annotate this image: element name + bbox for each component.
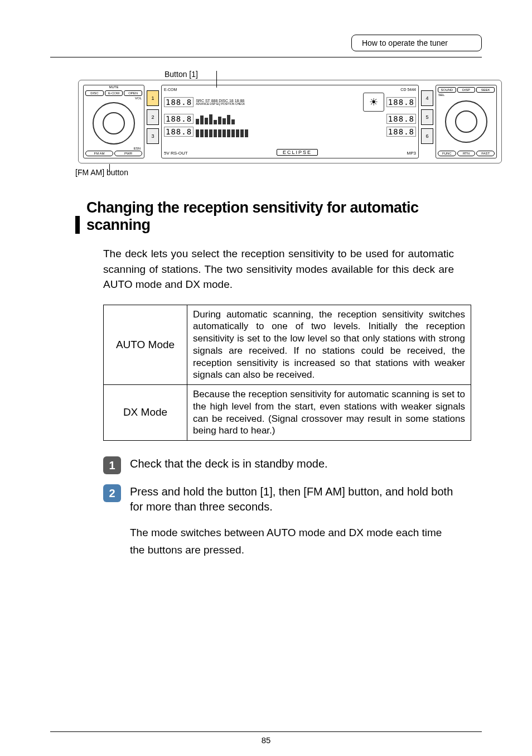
- vol-label: VOL: [135, 97, 142, 100]
- cd-model-label: CD 5444: [400, 88, 416, 92]
- mode-desc-auto: During automatic scanning, the reception…: [187, 305, 471, 385]
- preset-5: 5: [421, 109, 433, 125]
- device-diagram-section: Button [1] MUTE DISC E-COM OPEN VOL ESN: [50, 70, 482, 177]
- seg-row2-right: 188.8: [386, 114, 416, 124]
- disp-button: DISP: [457, 87, 476, 93]
- rtn-button: RTN: [457, 151, 476, 156]
- fast-button: FAST: [476, 151, 495, 156]
- step-1-text: Check that the deck is in standby mode.: [130, 456, 328, 471]
- step-1: 1 Check that the deck is in standby mode…: [103, 456, 454, 474]
- sel-label: SEL: [438, 93, 444, 97]
- table-row: AUTO Mode During automatic scanning, the…: [104, 305, 471, 385]
- section-heading: Changing the reception sensitivity for a…: [75, 199, 482, 234]
- ecom-indicator: E-COM: [164, 88, 177, 92]
- step-2: 2 Press and hold the button [1], then [F…: [103, 484, 454, 514]
- seg-row1-left: 188.8: [164, 97, 194, 107]
- esn-label: ESN: [134, 147, 141, 150]
- section-context-box: How to operate the tuner: [351, 35, 482, 51]
- modes-table: AUTO Mode During automatic scanning, the…: [103, 305, 471, 441]
- sound-button: SOUND: [438, 87, 456, 93]
- right-control-panel: SOUND DISP SEEK SEL FUNC RTN FAST: [436, 85, 497, 158]
- mode-name-dx: DX Mode: [104, 385, 187, 441]
- step-2-text: Press and hold the button [1], then [FM …: [130, 484, 454, 514]
- fm-am-callout-label: [FM AM] button: [75, 168, 482, 177]
- seg-row3-left: 188.8: [164, 127, 194, 137]
- open-button: OPEN: [124, 90, 142, 96]
- intro-paragraph: The deck lets you select the reception s…: [103, 246, 454, 292]
- brand-logo: ECLIPSE: [277, 149, 318, 156]
- lcd-display-panel: E-COM CD 5444 188.8 SRC ST 888 DISC 18 1…: [161, 85, 419, 158]
- mode-desc-dx: Because the reception sensitivity for au…: [187, 385, 471, 441]
- sun-icon: ☀: [363, 93, 384, 112]
- preset-6: 6: [421, 128, 433, 144]
- button-1-callout-label: Button [1]: [165, 70, 482, 79]
- equalizer-bars-row3: [196, 126, 384, 137]
- preset-3: 3: [147, 128, 159, 144]
- leader-line-button-1: [216, 71, 217, 88]
- rs-out-label: 5V RS-OUT: [164, 151, 188, 156]
- volume-knob: [93, 102, 135, 145]
- preset-column-right: 4 5 6: [421, 85, 433, 158]
- preset-2: 2: [147, 109, 159, 125]
- step-badge-1: 1: [103, 456, 121, 474]
- preset-column-left: 1 2 3: [147, 85, 159, 158]
- seg-row1-tags: ADVANCE DSP EQ POSITION CHECK: [196, 103, 361, 105]
- equalizer-bars-row2: [196, 113, 384, 124]
- page-number: 85: [50, 731, 482, 745]
- mp3-label: MP3: [407, 151, 416, 156]
- fm-am-button: FM AM: [85, 151, 113, 156]
- section-title: Changing the reception sensitivity for a…: [86, 199, 482, 234]
- after-steps-paragraph: The mode switches between AUTO mode and …: [130, 524, 454, 558]
- mode-name-auto: AUTO Mode: [104, 305, 187, 385]
- table-row: DX Mode Because the reception sensitivit…: [104, 385, 471, 441]
- func-button: FUNC: [438, 151, 456, 156]
- select-knob: [445, 100, 487, 143]
- preset-4: 4: [421, 90, 433, 106]
- pwr-button: PWR: [114, 151, 142, 156]
- device-front-panel-diagram: MUTE DISC E-COM OPEN VOL ESN FM AM PWR: [78, 80, 502, 163]
- disc-button: DISC: [85, 90, 104, 96]
- steps-list: 1 Check that the deck is in standby mode…: [103, 456, 454, 514]
- leader-line-fm-am: [109, 164, 110, 172]
- left-control-panel: MUTE DISC E-COM OPEN VOL ESN FM AM PWR: [83, 85, 144, 158]
- seek-button: SEEK: [476, 87, 495, 93]
- header-right: How to operate the tuner: [351, 35, 482, 51]
- seg-row1-right: 188.8: [386, 97, 416, 107]
- step-badge-2: 2: [103, 484, 121, 502]
- preset-1: 1: [147, 90, 159, 106]
- section-accent-bar: [75, 216, 80, 234]
- seg-row2-left: 188.8: [164, 114, 194, 124]
- ecom-button: E-COM: [105, 90, 123, 96]
- seg-row3-right: 188.8: [386, 127, 416, 137]
- header-rule: [50, 57, 482, 57]
